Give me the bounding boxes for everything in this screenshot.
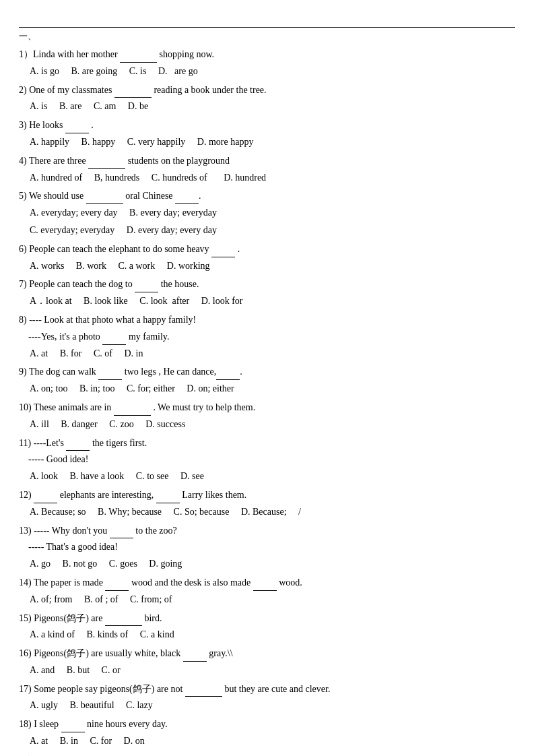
question-13-options: A. go B. not go C. goes D. going xyxy=(30,556,515,572)
blank-17 xyxy=(185,696,222,697)
question-4-options: A. hundred of B, hundreds C. hundreds of… xyxy=(30,170,515,186)
question-14-options: A. of; from B. of ; of C. from; of xyxy=(30,592,515,608)
question-12-options: A. Because; so B. Why; because C. So; be… xyxy=(30,504,515,520)
question-6: 6) People can teach the elephant to do s… xyxy=(19,241,515,274)
blank-1 xyxy=(120,62,157,63)
question-15: 15) Pigeons(鸽子) are bird. A. a kind of B… xyxy=(19,610,515,643)
question-11-text1: 11) ----Let's the tigers first. xyxy=(19,435,515,451)
question-12-text: 12) elephants are interesting, Larry lik… xyxy=(19,487,515,503)
question-12: 12) elephants are interesting, Larry lik… xyxy=(19,487,515,520)
question-4-text: 4) There are three students on the playg… xyxy=(19,153,515,169)
blank-16 xyxy=(183,661,207,662)
question-18-options: A. at B. in C. for D. on xyxy=(30,733,515,749)
section-header: 一、 xyxy=(19,30,515,42)
question-10-options: A. ill B. danger C. zoo D. success xyxy=(30,416,515,433)
question-3-text: 3) He looks . xyxy=(19,117,515,133)
question-5-text: 5) We should use oral Chinese . xyxy=(19,188,515,204)
question-11: 11) ----Let's the tigers first. ----- Go… xyxy=(19,435,515,484)
question-8-text1: 8) ---- Look at that photo what a happy … xyxy=(19,312,515,328)
question-7: 7) People can teach the dog to the house… xyxy=(19,276,515,309)
blank-6 xyxy=(211,257,235,257)
question-10: 10) These animals are in . We must try t… xyxy=(19,400,515,433)
question-7-text: 7) People can teach the dog to the house… xyxy=(19,276,515,292)
blank-7 xyxy=(135,292,158,292)
question-17: 17) Some people say pigeons(鸽子) are not … xyxy=(19,681,515,714)
blank-9b xyxy=(216,379,240,380)
question-16: 16) Pigeons(鸽子) are usually white, black… xyxy=(19,645,515,679)
blank-13 xyxy=(110,538,133,538)
question-11-text2: ----- Good idea! xyxy=(19,451,515,468)
question-11-options: A. look B. have a look C. to see D. see xyxy=(30,468,515,484)
question-9-options: A. on; too B. in; too C. for; either D. … xyxy=(30,381,515,397)
blank-9a xyxy=(98,379,122,380)
question-4: 4) There are three students on the playg… xyxy=(19,153,515,186)
question-5-options2: C. everyday; everyday D. every day; ever… xyxy=(30,222,515,239)
question-15-options: A. a kind of B. kinds of C. a kind xyxy=(30,627,515,643)
blank-4 xyxy=(88,168,125,169)
question-2-options: A. is B. are C. am D. be xyxy=(30,98,515,115)
question-14: 14) The paper is made wood and the desk … xyxy=(19,575,515,608)
question-18-text: 18) I sleep nine hours every day. xyxy=(19,716,515,732)
blank-18 xyxy=(61,732,85,732)
blank-2 xyxy=(114,97,152,98)
question-8: 8) ---- Look at that photo what a happy … xyxy=(19,312,515,361)
question-2-text: 2) One of my classmates reading a book u… xyxy=(19,82,515,98)
question-14-text: 14) The paper is made wood and the desk … xyxy=(19,575,515,591)
question-1-options: A. is go B. are going C. is D. are go xyxy=(30,63,515,80)
question-13: 13) ----- Why don't you to the zoo? ----… xyxy=(19,523,515,572)
blank-8 xyxy=(102,344,126,345)
question-7-options: A．look at B. look like C. look after D. … xyxy=(30,293,515,309)
blank-15 xyxy=(105,625,142,626)
blank-10 xyxy=(114,415,151,416)
question-1-text: 1）Linda with her mother shopping now. xyxy=(19,46,515,63)
question-6-options: A. works B. work C. a work D. working xyxy=(30,258,515,274)
question-9-text: 9) The dog can walk two legs , He can da… xyxy=(19,364,515,380)
blank-5a xyxy=(86,203,123,204)
question-5: 5) We should use oral Chinese . A. every… xyxy=(19,188,515,238)
blank-14a xyxy=(105,590,129,591)
question-19-text: 19) He likes , and run. xyxy=(19,752,515,756)
question-6-text: 6) People can teach the elephant to do s… xyxy=(19,241,515,257)
blank-12a xyxy=(34,503,57,503)
question-5-options1: A. everyday; every day B. every day; eve… xyxy=(30,205,515,221)
question-16-text: 16) Pigeons(鸽子) are usually white, black… xyxy=(19,645,515,662)
question-16-options: A. and B. but C. or xyxy=(30,662,515,679)
question-10-text: 10) These animals are in . We must try t… xyxy=(19,400,515,416)
question-18: 18) I sleep nine hours every day. A. at … xyxy=(19,716,515,749)
question-17-options: A. ugly B. beautiful C. lazy xyxy=(30,697,515,714)
question-13-text2: ----- That's a good idea! xyxy=(19,539,515,555)
question-19: 19) He likes , and run. A. playing sport… xyxy=(19,752,515,756)
question-13-text1: 13) ----- Why don't you to the zoo? xyxy=(19,523,515,539)
question-15-text: 15) Pigeons(鸽子) are bird. xyxy=(19,610,515,627)
blank-14b xyxy=(253,590,277,591)
question-8-text2: ----Yes, it's a photo my family. xyxy=(19,329,515,345)
question-1: 1）Linda with her mother shopping now. A.… xyxy=(19,46,515,80)
blank-11 xyxy=(66,450,90,451)
question-2: 2) One of my classmates reading a book u… xyxy=(19,82,515,115)
blank-12b xyxy=(156,503,180,503)
question-3-options: A. happily B. happy C. very happily D. m… xyxy=(30,134,515,150)
blank-5b xyxy=(175,203,199,204)
question-3: 3) He looks . A. happily B. happy C. ver… xyxy=(19,117,515,150)
top-line xyxy=(19,27,515,28)
question-8-options: A. at B. for C. of D. in xyxy=(30,346,515,362)
question-9: 9) The dog can walk two legs , He can da… xyxy=(19,364,515,397)
question-17-text: 17) Some people say pigeons(鸽子) are not … xyxy=(19,681,515,697)
blank-3 xyxy=(65,133,89,133)
